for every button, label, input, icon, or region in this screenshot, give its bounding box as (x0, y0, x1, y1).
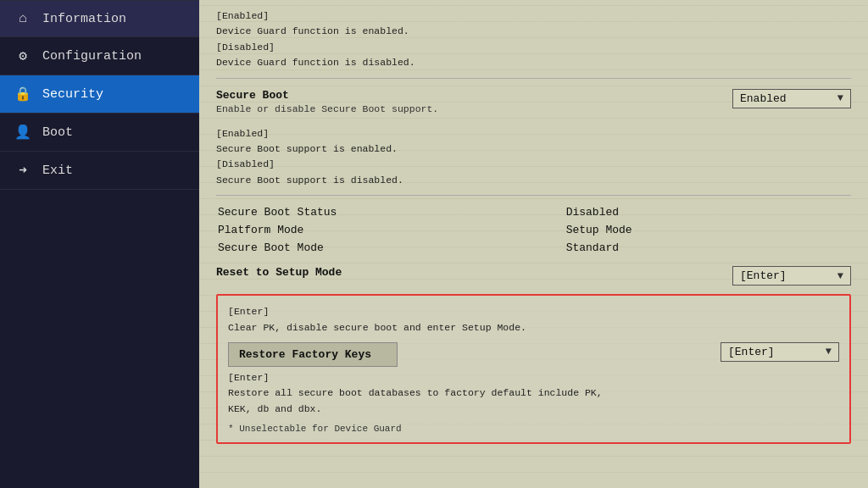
secure-boot-desc: Enable or disable Secure Boot support. (216, 103, 438, 114)
sidebar-label-configuration: Configuration (42, 49, 142, 64)
table-row: Secure Boot Mode Standard (218, 240, 849, 256)
sidebar-label-security: Security (42, 87, 103, 102)
secure-boot-enabled-desc: Secure Boot support is enabled. (216, 141, 851, 157)
sidebar-item-exit[interactable]: ➜ Exit (0, 152, 199, 190)
lock-icon: 🔒 (14, 86, 32, 103)
status-table: Secure Boot Status Disabled Platform Mod… (216, 202, 851, 258)
secure-boot-mode-label: Secure Boot Mode (218, 240, 565, 256)
sidebar-item-configuration[interactable]: ⚙ Configuration (0, 37, 199, 75)
secure-boot-disabled-label: [Disabled] (216, 157, 851, 172)
secure-boot-label: Secure Boot (216, 89, 438, 102)
device-guard-info: [Enabled] Device Guard function is enabl… (216, 8, 851, 71)
secure-boot-info: [Enabled] Secure Boot support is enabled… (216, 126, 851, 189)
chevron-down-icon: ▼ (837, 270, 843, 282)
table-row: Secure Boot Status Disabled (218, 204, 849, 220)
sidebar-item-information[interactable]: ⌂ Information (0, 0, 199, 37)
main-content: [Enabled] Device Guard function is enabl… (199, 0, 868, 488)
sidebar-item-boot[interactable]: 👤 Boot (0, 114, 199, 152)
sidebar-item-security[interactable]: 🔒 Security (0, 75, 199, 114)
chevron-down-icon: ▼ (837, 92, 843, 104)
secure-boot-status-value: Disabled (566, 204, 849, 220)
restore-enter-info: [Enter] Restore all secure boot database… (228, 370, 839, 417)
home-icon: ⌂ (14, 11, 32, 26)
secure-boot-dropdown[interactable]: Enabled ▼ (732, 89, 851, 108)
restore-value: [Enter] (728, 346, 775, 358)
device-guard-enabled-label: [Enabled] (216, 8, 851, 24)
restore-desc1: Restore all secure boot databases to fac… (228, 385, 839, 401)
chevron-down-icon: ▼ (826, 346, 832, 358)
unselectable-note: * Unselectable for Device Guard (228, 424, 839, 434)
divider-1 (216, 78, 851, 79)
restore-label[interactable]: Restore Factory Keys (228, 342, 398, 367)
restore-desc2: KEK, db and dbx. (228, 402, 839, 417)
platform-mode-label: Platform Mode (218, 222, 565, 238)
boot-icon: 👤 (14, 124, 32, 141)
exit-icon: ➜ (14, 162, 32, 179)
secure-boot-row: Secure Boot Enable or disable Secure Boo… (216, 86, 851, 121)
device-guard-enabled-desc: Device Guard function is enabled. (216, 24, 851, 39)
device-guard-disabled-label: [Disabled] (216, 40, 851, 55)
secure-boot-disabled-desc: Secure Boot support is disabled. (216, 173, 851, 188)
reset-enter-desc: Clear PK, disable secure boot and enter … (228, 320, 839, 336)
table-row: Platform Mode Setup Mode (218, 222, 849, 238)
restore-row: Restore Factory Keys [Enter] ▼ (228, 342, 839, 367)
restore-dropdown[interactable]: [Enter] ▼ (721, 342, 839, 362)
reset-row: Reset to Setup Mode [Enter] ▼ (216, 263, 851, 289)
device-guard-disabled-desc: Device Guard function is disabled. (216, 55, 851, 70)
secure-boot-mode-value: Standard (566, 240, 849, 256)
reset-label: Reset to Setup Mode (216, 266, 342, 279)
gear-icon: ⚙ (14, 47, 32, 64)
divider-2 (216, 195, 851, 196)
highlighted-section: [Enter] Clear PK, disable secure boot an… (216, 294, 851, 444)
sidebar-label-boot: Boot (42, 125, 73, 140)
reset-enter-info: [Enter] Clear PK, disable secure boot an… (228, 304, 839, 336)
reset-enter-label: [Enter] (228, 304, 839, 319)
secure-boot-status-label: Secure Boot Status (218, 204, 565, 220)
platform-mode-value: Setup Mode (566, 222, 849, 238)
secure-boot-enabled-label: [Enabled] (216, 126, 851, 141)
sidebar: ⌂ Information ⚙ Configuration 🔒 Security… (0, 0, 199, 488)
secure-boot-value: Enabled (740, 92, 787, 105)
restore-enter-label: [Enter] (228, 370, 839, 385)
sidebar-label-information: Information (42, 12, 126, 26)
reset-dropdown[interactable]: [Enter] ▼ (732, 266, 851, 286)
sidebar-label-exit: Exit (42, 164, 73, 178)
reset-value: [Enter] (740, 269, 787, 282)
